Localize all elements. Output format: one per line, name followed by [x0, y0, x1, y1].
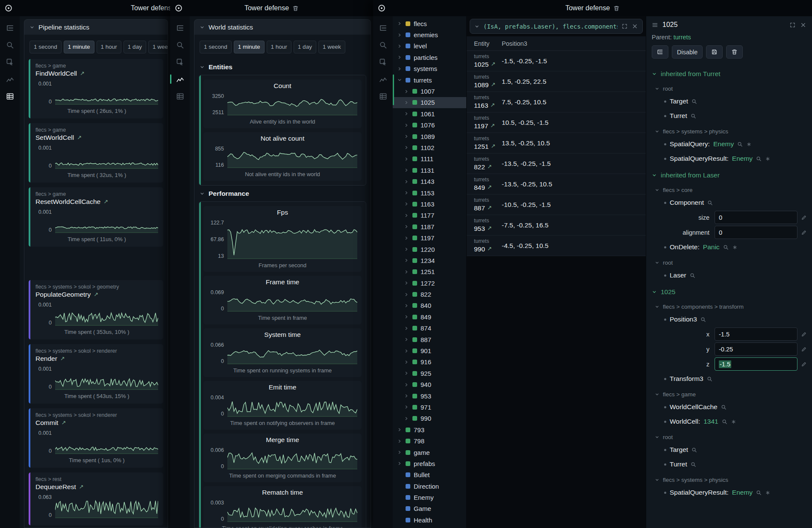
- chevron-right-icon[interactable]: [404, 123, 409, 128]
- component-row-turret[interactable]: Turret: [646, 457, 812, 472]
- external-link-icon[interactable]: ↗: [487, 184, 492, 191]
- tree-item-822[interactable]: 822: [393, 289, 466, 300]
- external-link-icon[interactable]: ↗: [80, 70, 85, 77]
- entity-id[interactable]: 953 ↗: [474, 224, 502, 233]
- asterisk-icon[interactable]: [765, 490, 771, 496]
- tree-item-798[interactable]: 798: [393, 435, 466, 446]
- chevron-right-icon[interactable]: [404, 360, 409, 365]
- chevron-right-icon[interactable]: [404, 100, 409, 105]
- tree-item-game[interactable]: game: [393, 447, 466, 458]
- tree-item-925[interactable]: 925: [393, 368, 466, 379]
- entity-id[interactable]: 1251 ↗: [474, 142, 502, 150]
- close-icon[interactable]: [800, 22, 806, 28]
- tree-item-849[interactable]: 849: [393, 311, 466, 322]
- section-header-performance[interactable]: Performance: [200, 190, 365, 198]
- component-value[interactable]: 1341: [703, 418, 718, 425]
- tree-item-health[interactable]: Health: [393, 514, 466, 525]
- chevron-right-icon[interactable]: [404, 236, 409, 241]
- statistics-tables-icon[interactable]: [376, 90, 390, 103]
- search-icon[interactable]: [756, 156, 762, 162]
- tree-item-enemies[interactable]: enemies: [393, 29, 466, 40]
- fullscreen-icon[interactable]: [621, 23, 628, 29]
- component-row-ondelete[interactable]: OnDelete:Panic: [646, 240, 812, 254]
- chevron-right-icon[interactable]: [404, 201, 409, 206]
- entity-id[interactable]: 1089 ↗: [474, 81, 502, 89]
- tree-item-1153[interactable]: 1153: [393, 187, 466, 198]
- chevron-right-icon[interactable]: [404, 269, 409, 274]
- pencil-icon[interactable]: [801, 215, 807, 221]
- chevron-right-icon[interactable]: [404, 111, 409, 116]
- chevron-right-icon[interactable]: [404, 247, 409, 252]
- tree-item-1102[interactable]: 1102: [393, 142, 466, 153]
- external-link-icon[interactable]: ↗: [94, 291, 98, 298]
- tree-item-793[interactable]: 793: [393, 424, 466, 435]
- chevron-right-icon[interactable]: [397, 21, 402, 26]
- component-value[interactable]: Enemy: [732, 155, 753, 162]
- fullscreen-icon[interactable]: [789, 22, 796, 28]
- chevron-right-icon[interactable]: [397, 450, 402, 455]
- statistics-tables-icon[interactable]: [3, 90, 17, 103]
- time-range-1-day[interactable]: 1 day: [124, 41, 146, 53]
- time-range-1-hour[interactable]: 1 hour: [97, 41, 121, 53]
- chevron-right-icon[interactable]: [404, 280, 409, 286]
- time-range-1-minute[interactable]: 1 minute: [234, 41, 265, 53]
- pencil-icon[interactable]: [801, 346, 807, 352]
- column-header-position3[interactable]: Position3: [502, 40, 527, 47]
- module-path-root[interactable]: root: [646, 429, 812, 442]
- tree-item-1187[interactable]: 1187: [393, 221, 466, 232]
- search-icon[interactable]: [700, 317, 706, 322]
- entity-id[interactable]: 1163 ↗: [474, 101, 502, 109]
- result-row-1251[interactable]: turrets1251 ↗13.5, -0.25, 10.5: [467, 133, 646, 153]
- tree-item-874[interactable]: 874: [393, 323, 466, 334]
- component-value[interactable]: Panic: [703, 243, 720, 251]
- search-icon[interactable]: [737, 142, 743, 147]
- tree-item-940[interactable]: 940: [393, 379, 466, 390]
- entity-id[interactable]: 822 ↗: [474, 163, 502, 171]
- component-value[interactable]: Enemy: [713, 140, 734, 148]
- asterisk-icon[interactable]: [732, 245, 738, 250]
- chevron-right-icon[interactable]: [404, 393, 409, 398]
- result-row-849[interactable]: turrets849 ↗-13.5, -0.25, 10.5: [467, 174, 646, 195]
- component-row-target[interactable]: Target: [646, 442, 812, 457]
- chevron-right-icon[interactable]: [404, 134, 409, 139]
- tree-item-systems[interactable]: systems: [393, 63, 466, 74]
- tree-item-1177[interactable]: 1177: [393, 210, 466, 221]
- pencil-icon[interactable]: [801, 361, 807, 367]
- chevron-right-icon[interactable]: [404, 326, 409, 331]
- panel-header[interactable]: Pipeline statistics: [24, 19, 168, 35]
- query-search-icon[interactable]: [173, 38, 187, 51]
- inspector-section-inherited-from-laser[interactable]: inherited from Laser: [646, 166, 812, 182]
- time-range-1-week[interactable]: 1 week: [148, 41, 168, 53]
- asterisk-icon[interactable]: [731, 419, 736, 425]
- chevron-right-icon[interactable]: [404, 179, 409, 184]
- external-link-icon[interactable]: ↗: [79, 484, 84, 490]
- tree-item-953[interactable]: 953: [393, 390, 466, 401]
- time-range-1-day[interactable]: 1 day: [294, 41, 316, 53]
- result-row-1197[interactable]: turrets1197 ↗10.5, -0.25, -1.5: [467, 112, 646, 133]
- module-path-flecs-systems-physics[interactable]: flecs > systems > physics: [646, 472, 812, 485]
- component-row-target[interactable]: Target: [646, 94, 812, 109]
- column-header-entity[interactable]: Entity: [467, 40, 502, 47]
- delete-button[interactable]: [726, 45, 743, 59]
- tree-item-prefabs[interactable]: prefabs: [393, 458, 466, 469]
- chevron-right-icon[interactable]: [404, 404, 409, 410]
- entity-id[interactable]: 990 ↗: [474, 245, 502, 253]
- result-row-953[interactable]: turrets953 ↗-7.5, -0.25, 16.5: [467, 215, 646, 236]
- tree-item-1089[interactable]: 1089: [393, 131, 466, 142]
- chevron-right-icon[interactable]: [397, 44, 402, 49]
- component-row-laser[interactable]: Laser: [646, 268, 812, 283]
- entity-tree-icon[interactable]: [376, 21, 390, 34]
- asterisk-icon[interactable]: [765, 156, 771, 162]
- result-row-1163[interactable]: turrets1163 ↗7.5, -0.25, 10.5: [467, 92, 646, 112]
- tree-item-971[interactable]: 971: [393, 401, 466, 413]
- tree-item-901[interactable]: 901: [393, 345, 466, 356]
- tree-item-990[interactable]: 990: [393, 413, 466, 424]
- chevron-right-icon[interactable]: [404, 89, 409, 94]
- component-row-spatialqueryresult[interactable]: SpatialQueryResult:Enemy: [646, 485, 812, 500]
- tree-item-1131[interactable]: 1131: [393, 165, 466, 176]
- field-input-size[interactable]: 0: [715, 211, 797, 224]
- statistics-charts-icon[interactable]: [173, 73, 187, 86]
- component-row-worldcell[interactable]: WorldCell:1341: [646, 414, 812, 429]
- module-path-root[interactable]: root: [646, 80, 812, 94]
- module-path-flecs-components-transform[interactable]: flecs > components > transform: [646, 298, 812, 312]
